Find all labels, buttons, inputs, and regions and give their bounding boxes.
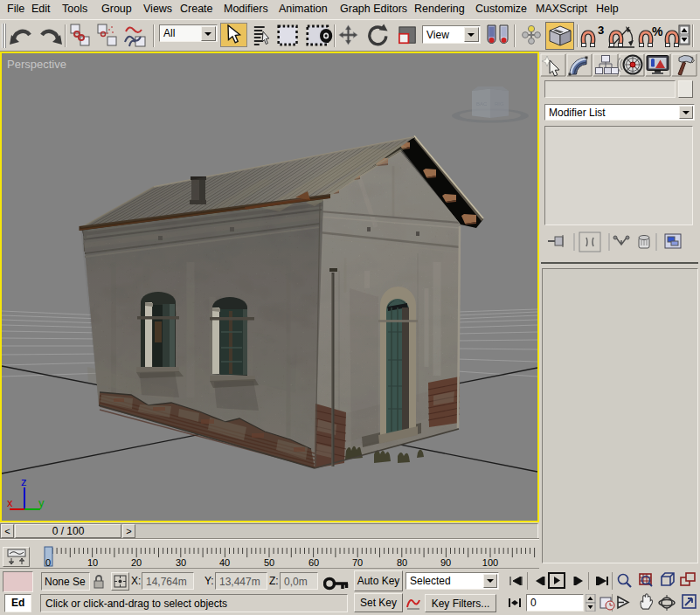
svg-text:y: y <box>38 496 45 509</box>
svg-text:70: 70 <box>352 557 363 568</box>
svg-text:40: 40 <box>219 557 230 568</box>
svg-text:10: 10 <box>87 557 98 568</box>
svg-text:z: z <box>21 475 27 488</box>
svg-text:90: 90 <box>440 557 451 568</box>
svg-text:20: 20 <box>131 557 142 568</box>
svg-text:x: x <box>7 496 13 509</box>
svg-text:60: 60 <box>308 557 319 568</box>
svg-text:RIG: RIG <box>495 101 504 107</box>
svg-text:3: 3 <box>598 24 604 37</box>
svg-text:Perspective: Perspective <box>7 58 66 71</box>
svg-text:0: 0 <box>45 557 51 568</box>
svg-text:100: 100 <box>482 557 498 568</box>
svg-text:50: 50 <box>264 557 274 568</box>
svg-text:BAC: BAC <box>476 101 488 107</box>
svg-text:80: 80 <box>397 557 407 568</box>
svg-text:30: 30 <box>176 557 186 568</box>
